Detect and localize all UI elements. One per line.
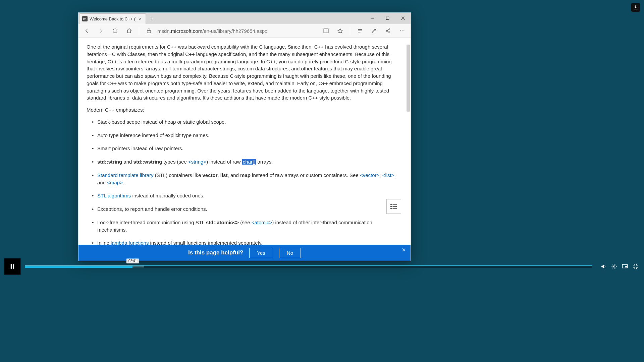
pause-button[interactable] — [4, 258, 21, 275]
url-prefix: msdn. — [157, 28, 171, 34]
list-item: STL algorithms instead of manually coded… — [90, 192, 401, 199]
maximize-button[interactable] — [380, 13, 395, 24]
toc-button[interactable] — [386, 199, 401, 214]
highlighted-text[interactable]: char[] — [242, 159, 256, 165]
list-item: Lock-free inter-thread communication usi… — [90, 219, 401, 234]
link-string[interactable]: <string> — [188, 159, 206, 165]
link-list[interactable]: <list> — [382, 172, 394, 178]
browser-window: m Welcome Back to C++ ( × + msdn.micro — [78, 12, 411, 261]
link-map[interactable]: <map> — [107, 180, 123, 185]
feedback-close-icon[interactable]: × — [402, 246, 406, 254]
list-item: Auto type inference instead of explicit … — [90, 132, 401, 139]
svg-rect-1 — [147, 31, 151, 33]
share-icon[interactable] — [382, 25, 394, 37]
favicon: m — [82, 16, 88, 21]
tab-close-icon[interactable]: × — [138, 16, 143, 21]
code-text: std::wstring — [133, 159, 162, 165]
volume-button[interactable] — [599, 262, 608, 271]
feedback-question: Is this page helpful? — [188, 249, 243, 256]
svg-rect-16 — [625, 266, 627, 267]
forward-button[interactable] — [95, 25, 107, 37]
favorite-icon[interactable] — [334, 25, 346, 37]
svg-point-11 — [391, 208, 392, 209]
bullet-list: Stack-based scope instead of heap or sta… — [90, 118, 401, 261]
pip-button[interactable] — [621, 262, 629, 271]
code-text: std::string — [97, 159, 122, 165]
lock-icon[interactable] — [143, 25, 155, 37]
tab-title: Welcome Back to C++ ( — [90, 16, 136, 21]
address-bar[interactable]: msdn.microsoft.com/en-us/library/hh27965… — [157, 28, 318, 34]
back-button[interactable] — [81, 25, 93, 37]
window-controls — [364, 13, 411, 24]
svg-rect-12 — [11, 264, 12, 269]
svg-rect-0 — [386, 17, 389, 19]
list-item: std::string and std::wstring types (see … — [90, 158, 401, 166]
seek-track[interactable]: 02:41 — [25, 265, 592, 268]
new-tab-button[interactable]: + — [147, 14, 157, 24]
download-badge[interactable] — [631, 3, 640, 12]
link-vector[interactable]: <vector> — [360, 172, 379, 178]
feedback-no-button[interactable]: No — [279, 248, 301, 258]
separator — [350, 27, 350, 35]
svg-point-6 — [400, 31, 401, 31]
page-content: One of the original requirements for C++… — [78, 38, 411, 261]
player-right-controls — [599, 262, 640, 271]
close-button[interactable] — [395, 13, 411, 24]
fullscreen-exit-button[interactable] — [631, 262, 640, 271]
link-atomic[interactable]: <atomic> — [252, 220, 272, 225]
svg-point-8 — [404, 31, 404, 31]
list-item: Standard template library (STL) containe… — [90, 172, 401, 186]
emphasis-heading: Modern C++ emphasizes: — [87, 106, 401, 114]
svg-point-10 — [391, 206, 392, 207]
time-tooltip: 02:41 — [126, 258, 139, 263]
separator — [139, 27, 139, 35]
svg-point-7 — [402, 31, 402, 31]
svg-point-14 — [613, 266, 615, 267]
titlebar: m Welcome Back to C++ ( × + — [78, 13, 411, 24]
settings-button[interactable] — [610, 262, 619, 271]
video-player-bar: 02:41 — [4, 261, 640, 272]
home-button[interactable] — [123, 25, 135, 37]
refresh-button[interactable] — [109, 25, 121, 37]
intro-paragraph: One of the original requirements for C++… — [87, 43, 401, 102]
feedback-yes-button[interactable]: Yes — [249, 248, 273, 258]
link-stl-algorithms[interactable]: STL algorithms — [97, 193, 131, 198]
list-item: Smart pointers instead of raw pointers. — [90, 145, 401, 152]
notes-icon[interactable] — [368, 25, 380, 37]
minimize-button[interactable] — [364, 13, 380, 24]
list-item: Stack-based scope instead of heap or sta… — [90, 118, 401, 126]
article-body[interactable]: One of the original requirements for C++… — [78, 38, 411, 261]
url-path: /en-us/library/hh279654.aspx — [202, 28, 267, 34]
link-stl[interactable]: Standard template library — [97, 172, 154, 178]
reading-view-icon[interactable] — [320, 25, 332, 37]
list-item: Exceptions, to report and handle error c… — [90, 205, 401, 213]
navbar: msdn.microsoft.com/en-us/library/hh27965… — [78, 24, 411, 38]
hub-icon[interactable] — [354, 25, 366, 37]
svg-point-9 — [391, 204, 392, 205]
more-icon[interactable] — [396, 25, 408, 37]
progress-bar — [25, 265, 132, 268]
tab-active[interactable]: m Welcome Back to C++ ( × — [80, 13, 146, 24]
url-host: microsoft.com — [171, 28, 202, 34]
svg-rect-13 — [13, 264, 14, 269]
